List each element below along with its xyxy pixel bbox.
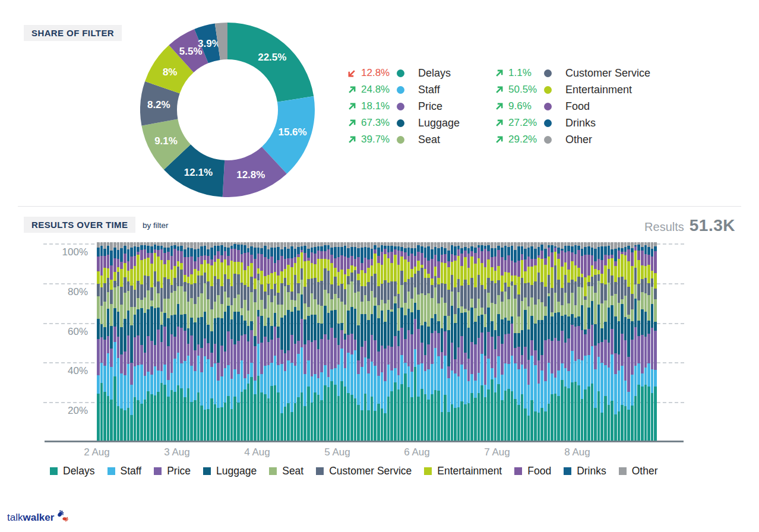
- bar-column[interactable]: [147, 242, 150, 441]
- bar-column[interactable]: [637, 242, 640, 441]
- bar-column[interactable]: [247, 242, 250, 441]
- filter-legend-item-staff[interactable]: 24.8%Staff: [347, 81, 460, 98]
- bar-column[interactable]: [631, 242, 634, 441]
- bar-column[interactable]: [140, 242, 143, 441]
- bar-column[interactable]: [100, 242, 103, 441]
- series-legend-item-entertainment[interactable]: Entertainment: [424, 465, 502, 477]
- bar-column[interactable]: [277, 242, 280, 441]
- bar-column[interactable]: [137, 242, 140, 441]
- bar-column[interactable]: [597, 242, 600, 441]
- bar-column[interactable]: [324, 242, 327, 441]
- bar-column[interactable]: [350, 242, 353, 441]
- share-of-filter-donut-chart[interactable]: 22.5%15.6%12.8%12.1%9.1%8.2%8%5.5%3.9%: [140, 23, 315, 197]
- bar-column[interactable]: [394, 242, 397, 441]
- bar-column[interactable]: [644, 242, 647, 441]
- bar-column[interactable]: [424, 242, 427, 441]
- series-legend-item-delays[interactable]: Delays: [50, 465, 95, 477]
- filter-legend-item-seat[interactable]: 39.7%Seat: [347, 131, 460, 148]
- bar-column[interactable]: [581, 242, 584, 441]
- bar-column[interactable]: [484, 242, 487, 441]
- bar-column[interactable]: [651, 242, 654, 441]
- bar-column[interactable]: [320, 242, 323, 441]
- bar-column[interactable]: [614, 242, 617, 441]
- filter-legend-item-drinks[interactable]: 27.2%Drinks: [495, 115, 650, 131]
- bar-column[interactable]: [294, 242, 297, 441]
- bar-column[interactable]: [204, 242, 207, 441]
- talkwalker-logo[interactable]: talkwalker: [7, 507, 70, 525]
- filter-legend-item-food[interactable]: 9.6%Food: [495, 98, 650, 115]
- bar-column[interactable]: [270, 242, 273, 441]
- bar-column[interactable]: [227, 242, 230, 441]
- bar-column[interactable]: [237, 242, 240, 441]
- bar-column[interactable]: [364, 242, 367, 441]
- bar-column[interactable]: [194, 242, 197, 441]
- bar-column[interactable]: [621, 242, 624, 441]
- bar-column[interactable]: [407, 242, 410, 441]
- bar-column[interactable]: [537, 242, 540, 441]
- bar-column[interactable]: [314, 242, 317, 441]
- bar-column[interactable]: [243, 242, 246, 441]
- bar-column[interactable]: [627, 242, 630, 441]
- bar-column[interactable]: [390, 242, 393, 441]
- bar-column[interactable]: [654, 242, 657, 441]
- bar-column[interactable]: [517, 242, 520, 441]
- bar-column[interactable]: [340, 242, 343, 441]
- bar-column[interactable]: [397, 242, 400, 441]
- bar-column[interactable]: [107, 242, 110, 441]
- results-over-time-stacked-bar-chart[interactable]: [97, 242, 657, 441]
- bar-column[interactable]: [284, 242, 287, 441]
- bar-column[interactable]: [184, 242, 186, 441]
- bar-column[interactable]: [197, 242, 200, 441]
- bar-column[interactable]: [311, 242, 314, 441]
- bar-column[interactable]: [504, 242, 507, 441]
- bar-column[interactable]: [420, 242, 423, 441]
- bar-column[interactable]: [507, 242, 510, 441]
- bar-column[interactable]: [551, 242, 554, 441]
- bar-column[interactable]: [400, 242, 403, 441]
- series-legend-item-staff[interactable]: Staff: [107, 465, 142, 477]
- bar-column[interactable]: [163, 242, 166, 441]
- bar-column[interactable]: [441, 242, 444, 441]
- bar-column[interactable]: [514, 242, 517, 441]
- bar-column[interactable]: [447, 242, 450, 441]
- bar-column[interactable]: [287, 242, 290, 441]
- bar-column[interactable]: [437, 242, 440, 441]
- bar-column[interactable]: [357, 242, 360, 441]
- filter-legend-item-price[interactable]: 18.1%Price: [347, 98, 460, 115]
- filter-legend-item-other[interactable]: 29.2%Other: [495, 131, 650, 148]
- bar-column[interactable]: [457, 242, 460, 441]
- bar-column[interactable]: [381, 242, 384, 441]
- bar-column[interactable]: [233, 242, 236, 441]
- bar-column[interactable]: [414, 242, 417, 441]
- filter-legend-item-luggage[interactable]: 67.3%Luggage: [347, 115, 460, 131]
- bar-column[interactable]: [587, 242, 590, 441]
- bar-column[interactable]: [103, 242, 106, 441]
- bar-column[interactable]: [634, 242, 637, 441]
- bar-column[interactable]: [487, 242, 490, 441]
- bar-column[interactable]: [434, 242, 437, 441]
- bar-column[interactable]: [301, 242, 303, 441]
- bar-column[interactable]: [527, 242, 530, 441]
- bar-column[interactable]: [280, 242, 283, 441]
- bar-column[interactable]: [431, 242, 434, 441]
- bar-column[interactable]: [274, 242, 277, 441]
- bar-column[interactable]: [264, 242, 267, 441]
- bar-column[interactable]: [460, 242, 463, 441]
- bar-column[interactable]: [210, 242, 213, 441]
- bar-column[interactable]: [250, 242, 253, 441]
- bar-column[interactable]: [530, 242, 533, 441]
- bar-column[interactable]: [404, 242, 407, 441]
- bar-column[interactable]: [540, 242, 543, 441]
- bar-column[interactable]: [491, 242, 494, 441]
- bar-column[interactable]: [647, 242, 650, 441]
- filter-legend-item-delays[interactable]: 12.8%Delays: [347, 65, 460, 81]
- bar-column[interactable]: [330, 242, 333, 441]
- bar-column[interactable]: [167, 242, 170, 441]
- bar-column[interactable]: [257, 242, 260, 441]
- bar-column[interactable]: [511, 242, 514, 441]
- bar-column[interactable]: [521, 242, 524, 441]
- bar-column[interactable]: [608, 242, 611, 441]
- bar-column[interactable]: [501, 242, 504, 441]
- bar-column[interactable]: [611, 242, 613, 441]
- filter-legend-item-customer-service[interactable]: 1.1%Customer Service: [495, 65, 650, 81]
